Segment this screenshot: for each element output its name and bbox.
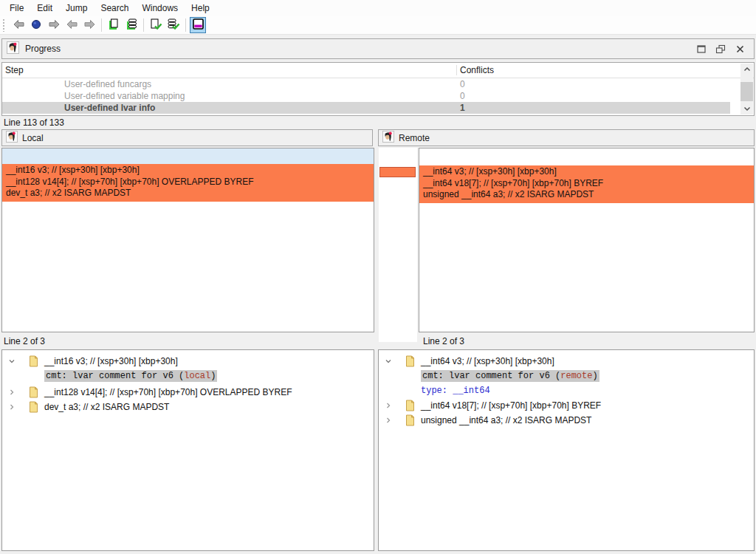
menu-search[interactable]: Search (94, 1, 135, 16)
chevron-down-icon[interactable] (384, 357, 393, 366)
type-text: type: __int64 (421, 386, 490, 396)
tree-detail-type[interactable]: type: __int64 (379, 383, 754, 398)
remote-conflict-block: __int64 v3; // [xsp+30h] [xbp+30h] __int… (419, 165, 754, 203)
menu-jump[interactable]: Jump (59, 1, 94, 16)
merged-file-button[interactable] (148, 17, 164, 33)
tree-node-label: __int16 v3; // [xsp+30h] [xbp+30h] (44, 356, 178, 366)
diff-line[interactable]: __int64 v3; // [xsp+30h] [xbp+30h] (423, 166, 754, 178)
diff-line[interactable]: unsigned __int64 a3; // x2 ISARG MAPDST (423, 189, 754, 201)
comment-text: cmt: lvar comment for v6 ( (422, 371, 560, 381)
diff-line-status: Line 113 of 133 (4, 117, 64, 129)
ida-app-icon (7, 41, 19, 56)
toolbar-separator (143, 18, 144, 32)
diff-line[interactable]: __int64 v18[7]; // [xsp+70h] [xbp+70h] B… (423, 178, 754, 190)
tree-node[interactable]: dev_t a3; // x2 ISARG MAPDST (2, 400, 374, 414)
restore-button[interactable] (711, 41, 730, 57)
nav-current-button[interactable] (28, 17, 44, 33)
table-row-selected[interactable]: User-defined lvar info 1 (2, 102, 730, 114)
local-detail-line-status: Line 2 of 3 (4, 335, 45, 347)
current-line-highlight[interactable] (2, 148, 374, 164)
tree-detail-comment[interactable]: cmt: lvar comment for v6 (remote) (379, 369, 754, 383)
diff-view-icon (192, 18, 205, 33)
comment-text: cmt: lvar comment for v6 ( (46, 371, 184, 381)
maximize-button[interactable] (692, 41, 711, 57)
toolbar-separator (101, 18, 102, 32)
diff-view-button[interactable] (190, 17, 206, 33)
tree-node[interactable]: __int64 v18[7]; // [xsp+70h] [xbp+70h] B… (379, 398, 754, 413)
toolbar-drag-handle[interactable] (2, 18, 6, 32)
menu-file[interactable]: File (3, 1, 30, 16)
file-icon (108, 18, 120, 33)
empty-line[interactable] (419, 148, 754, 165)
remote-pane-header: Remote (378, 129, 755, 146)
chevron-right-icon[interactable] (384, 416, 393, 425)
chevron-right-icon[interactable] (7, 403, 16, 411)
column-header-step[interactable]: Step (5, 65, 24, 75)
chevron-down-icon[interactable] (7, 357, 16, 366)
conflict-count: 0 (460, 78, 465, 90)
lvar-note-icon (28, 401, 38, 413)
tree-node[interactable]: __int128 v14[4]; // [xsp+70h] [xbp+70h] … (2, 385, 374, 400)
tree-node-label: __int128 v14[4]; // [xsp+70h] [xbp+70h] … (44, 387, 292, 397)
scroll-up-icon[interactable] (740, 64, 753, 75)
remote-detail-line-status: Line 2 of 3 (423, 335, 464, 347)
column-header-conflicts[interactable]: Conflicts (456, 65, 494, 75)
tree-node-label: __int64 v3; // [xsp+30h] [xbp+30h] (421, 356, 554, 366)
local-file-button[interactable] (106, 17, 122, 33)
diff-line[interactable]: dev_t a3; // x2 ISARG MAPDST (6, 188, 374, 199)
local-diff-pane: __int16 v3; // [xsp+30h] [xbp+30h] __int… (1, 148, 374, 332)
comment-text: ) (210, 371, 216, 381)
local-pane-header: Local (1, 129, 373, 146)
lvar-note-icon (405, 400, 415, 411)
table-row[interactable]: User-defined funcargs 0 (2, 78, 730, 90)
lvar-note-icon (405, 414, 415, 426)
menu-help[interactable]: Help (185, 1, 216, 16)
local-detail-tree: __int16 v3; // [xsp+30h] [xbp+30h] cmt: … (1, 349, 374, 551)
nav-forward-button[interactable] (46, 17, 62, 33)
local-database-button[interactable] (123, 17, 140, 33)
tree-node-label: unsigned __int64 a3; // x2 ISARG MAPDST (421, 415, 591, 425)
window-title: Progress (25, 44, 61, 54)
back-arrow-icon (13, 18, 25, 33)
tree-node[interactable]: __int16 v3; // [xsp+30h] [xbp+30h] (2, 354, 374, 369)
lvar-note-icon (405, 355, 415, 367)
table-row[interactable]: User-defined variable mapping 0 (2, 90, 730, 102)
menu-edit[interactable]: Edit (30, 1, 59, 16)
blue-dot-icon (30, 18, 42, 33)
diff-gutter (379, 148, 417, 342)
table-scrollbar[interactable] (740, 64, 753, 114)
remote-diff-pane: __int64 v3; // [xsp+30h] [xbp+30h] __int… (419, 148, 755, 332)
menu-windows[interactable]: Windows (135, 1, 185, 16)
toolbar-separator (185, 18, 186, 32)
toolbar (0, 16, 756, 35)
scroll-down-icon[interactable] (740, 103, 753, 114)
comment-source-tag: local (184, 371, 210, 381)
next-diff-button[interactable] (81, 17, 97, 33)
local-conflict-block: __int16 v3; // [xsp+30h] [xbp+30h] __int… (2, 164, 374, 202)
progress-titlebar: Progress (1, 38, 755, 59)
merged-database-button[interactable] (165, 17, 182, 33)
conflict-count: 1 (460, 102, 465, 114)
conflict-marker (379, 167, 416, 177)
diff-line[interactable]: __int128 v14[4]; // [xsp+70h] [xbp+70h] … (6, 177, 374, 188)
diff-line[interactable]: __int16 v3; // [xsp+30h] [xbp+30h] (6, 165, 374, 177)
merge-steps-table: Step Conflicts User-defined funcargs 0 U… (1, 62, 755, 116)
remote-pane-title: Remote (399, 133, 430, 143)
scrollbar-thumb[interactable] (740, 82, 753, 101)
comment-source-tag: remote (560, 371, 592, 381)
tree-node[interactable]: __int64 v3; // [xsp+30h] [xbp+30h] (379, 354, 754, 369)
table-header: Step Conflicts (2, 63, 754, 78)
prev-diff-button[interactable] (63, 17, 80, 33)
remote-detail-tree: __int64 v3; // [xsp+30h] [xbp+30h] cmt: … (378, 349, 755, 551)
chevron-right-icon[interactable] (7, 388, 16, 397)
chevron-right-icon[interactable] (384, 401, 393, 410)
nav-back-button[interactable] (10, 17, 27, 33)
tree-node[interactable]: unsigned __int64 a3; // x2 ISARG MAPDST (379, 413, 754, 428)
local-pane-title: Local (22, 133, 44, 143)
database-stack-icon (126, 18, 138, 33)
file-check-icon (150, 18, 162, 33)
close-button[interactable] (730, 41, 749, 57)
tree-node-label: __int64 v18[7]; // [xsp+70h] [xbp+70h] B… (421, 400, 601, 411)
tree-detail-comment[interactable]: cmt: lvar comment for v6 (local) (2, 369, 374, 383)
step-name: User-defined lvar info (64, 102, 155, 114)
